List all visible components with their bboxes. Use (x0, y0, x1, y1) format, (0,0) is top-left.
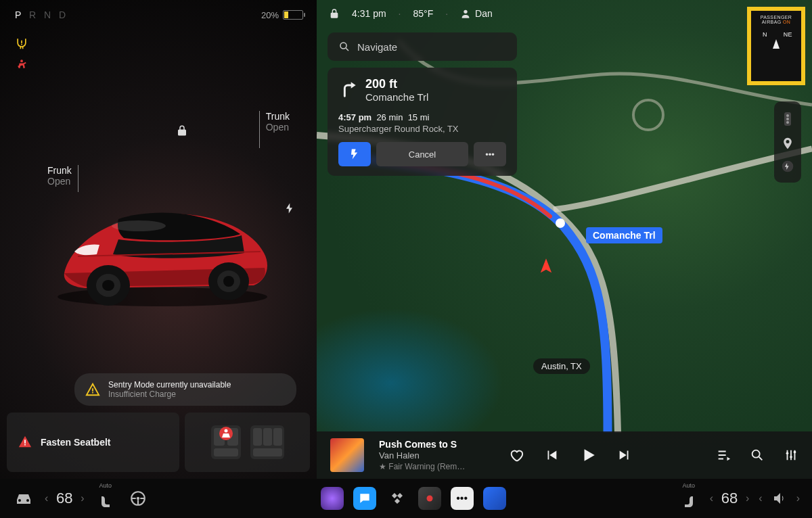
driver-temp-down[interactable]: ‹ (45, 492, 48, 504)
volume-up[interactable]: › (796, 492, 800, 504)
seat-occupancy-icon (203, 419, 291, 466)
traffic-lights-button[interactable] (781, 111, 794, 127)
next-track-button[interactable] (617, 448, 632, 463)
lock-status-icon[interactable] (329, 8, 340, 19)
svg-rect-19 (253, 448, 282, 456)
map-tool-rail (774, 101, 801, 183)
charge-port-icon[interactable] (284, 202, 296, 214)
messages-app[interactable] (353, 487, 376, 510)
battery-indicator[interactable]: 20% (261, 10, 303, 20)
seatbelt-alert-icon (18, 435, 32, 450)
driver-temp-up[interactable]: › (81, 492, 84, 504)
lock-icon[interactable] (176, 124, 188, 137)
road-label: Comanche Trl (586, 227, 662, 243)
turn-street: Comanche Trl (365, 91, 428, 103)
svg-point-26 (786, 118, 789, 120)
passenger-airbag-badge: PASSENGER AIRBAG ON N NE (747, 7, 805, 85)
track-info[interactable]: Push Comes to S Van Halen ★ Fair Warning… (379, 438, 480, 473)
svg-rect-17 (273, 428, 282, 446)
steering-heater-button[interactable] (127, 487, 150, 510)
route-options-button[interactable]: ••• (474, 142, 506, 166)
city-label: Austin, TX (533, 358, 590, 374)
track-title: Push Comes to S (379, 438, 480, 450)
navigate-placeholder: Navigate (357, 41, 397, 53)
svg-rect-18 (214, 448, 238, 456)
driver-profile[interactable]: Dan (460, 8, 493, 19)
equalizer-button[interactable] (784, 448, 798, 463)
turn-distance: 200 ft (365, 77, 428, 91)
passenger-temp-up[interactable]: › (746, 492, 749, 504)
search-icon (338, 41, 351, 53)
volume-button[interactable] (768, 487, 791, 510)
tidal-app[interactable] (386, 487, 409, 510)
recenter-button[interactable] (781, 137, 794, 150)
svg-point-23 (340, 43, 346, 49)
person-icon (460, 8, 471, 19)
media-search-button[interactable] (750, 448, 765, 463)
driver-temp-value[interactable]: 68 (53, 490, 75, 507)
driver-seat-heater[interactable] (94, 490, 117, 513)
svg-rect-16 (263, 428, 272, 446)
svg-point-25 (786, 114, 789, 117)
outside-temp: 85°F (413, 8, 433, 19)
favorite-button[interactable] (509, 448, 524, 463)
passenger-temp-value[interactable]: 68 (719, 490, 740, 507)
destination-name: Supercharger Round Rock, TX (338, 124, 506, 134)
car-render (37, 179, 281, 314)
track-artist: Van Halen (379, 450, 480, 462)
svg-point-29 (752, 450, 760, 458)
track-album: ★ Fair Warning (Rem… (379, 462, 480, 473)
svg-point-22 (464, 10, 467, 14)
vehicle-pane: P R N D 20% Trunk Open Frunk Open (0, 0, 317, 479)
sentry-alert[interactable]: Sentry Mode currently unavailable Insuff… (74, 373, 296, 406)
camera-app[interactable] (418, 487, 441, 510)
trip-eta: 4:57 pm 26 min 15 mi Supercharger Round … (338, 112, 506, 134)
media-bar: Push Comes to S Van Halen ★ Fair Warning… (317, 431, 812, 479)
gear-p: P (15, 9, 24, 20)
svg-point-30 (786, 452, 789, 454)
trunk-control[interactable]: Trunk Open (266, 111, 290, 133)
svg-point-4 (102, 280, 114, 291)
warning-triangle-icon (85, 382, 100, 397)
gear-n: N (44, 9, 53, 20)
svg-point-27 (786, 121, 789, 124)
compass-icon[interactable]: N NE (761, 31, 791, 61)
supercharger-icon (348, 147, 361, 161)
play-button[interactable] (579, 446, 597, 464)
fasten-seatbelt-card[interactable]: Fasten Seatbelt (7, 413, 179, 472)
passenger-temp-down[interactable]: ‹ (710, 492, 713, 504)
map-pane[interactable]: 4:31 pm · 85°F · Dan Navigate 200 ft Com… (317, 0, 812, 479)
cancel-route-button[interactable]: Cancel (376, 142, 468, 166)
svg-point-34 (136, 497, 139, 500)
queue-button[interactable] (716, 448, 731, 463)
seat-occupancy-card[interactable] (185, 413, 310, 472)
turn-right-icon (338, 80, 357, 99)
calendar-app[interactable] (483, 487, 506, 510)
supercharger-button[interactable] (338, 142, 371, 166)
gear-d: D (59, 9, 68, 20)
charger-map-button[interactable] (781, 160, 794, 173)
all-apps-button[interactable]: ••• (451, 487, 474, 510)
svg-point-7 (223, 276, 234, 287)
svg-rect-15 (253, 428, 262, 446)
dashcam-app[interactable] (321, 487, 344, 510)
navigate-search[interactable]: Navigate (328, 32, 517, 61)
svg-point-32 (794, 451, 796, 454)
gear-selector: P R N D (15, 9, 68, 20)
battery-icon (283, 10, 303, 20)
vehicle-cursor-icon (537, 257, 556, 276)
car-controls-button[interactable] (12, 487, 35, 510)
svg-point-8 (112, 220, 166, 231)
volume-control: ‹ › (759, 487, 800, 510)
svg-point-14 (225, 429, 228, 433)
gear-r: R (29, 9, 39, 20)
svg-point-21 (633, 100, 663, 130)
car-visualization: Trunk Open Frunk Open (0, 23, 317, 479)
bottom-dock: ‹ 68 › Auto ••• Auto ‹ 68 › ‹ › (0, 479, 812, 518)
previous-track-button[interactable] (544, 448, 559, 463)
directions-card: 200 ft Comanche Trl 4:57 pm 26 min 15 mi… (328, 68, 517, 176)
volume-down[interactable]: ‹ (759, 492, 762, 504)
passenger-seat-heater[interactable] (677, 490, 700, 513)
map-status-bar: 4:31 pm · 85°F · Dan (317, 0, 812, 23)
album-art[interactable] (330, 438, 364, 472)
